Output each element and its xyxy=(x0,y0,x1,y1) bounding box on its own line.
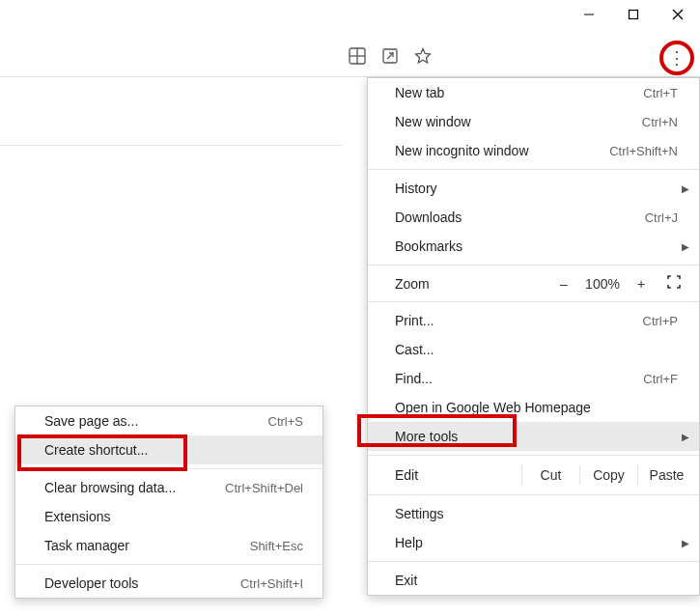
submenu-label: Clear browsing data... xyxy=(44,480,225,495)
menu-label: Open in Google Web Homepage xyxy=(395,400,678,415)
edit-cut-button[interactable]: Cut xyxy=(521,465,579,485)
kebab-menu-icon[interactable]: ⋮ xyxy=(668,49,686,67)
menu-more-tools[interactable]: More tools ▶ xyxy=(368,422,699,451)
edit-copy-button[interactable]: Copy xyxy=(579,465,637,485)
submenu-shortcut: Ctrl+Shift+I xyxy=(240,576,303,591)
menu-separator xyxy=(368,169,699,170)
menu-edit-row: Edit Cut Copy Paste xyxy=(368,460,699,490)
menu-shortcut: Ctrl+N xyxy=(642,115,678,129)
menu-label: Settings xyxy=(395,506,678,521)
zoom-value: 100% xyxy=(579,276,626,292)
minimize-icon xyxy=(583,9,595,20)
menu-label: New window xyxy=(395,114,642,129)
menu-label: More tools xyxy=(395,429,678,444)
edit-paste-button[interactable]: Paste xyxy=(637,465,695,485)
menu-cast[interactable]: Cast... xyxy=(368,335,699,364)
menu-separator xyxy=(368,455,699,456)
submenu-label: Task manager xyxy=(44,538,250,553)
menu-label: Downloads xyxy=(395,210,645,225)
menu-label: Help xyxy=(395,535,678,550)
menu-label: Find... xyxy=(395,371,643,386)
fullscreen-icon xyxy=(667,275,681,289)
chevron-right-icon: ▶ xyxy=(682,241,689,252)
menu-separator xyxy=(368,301,699,302)
close-icon xyxy=(672,9,684,20)
menu-label: New incognito window xyxy=(395,143,609,158)
maximize-icon xyxy=(628,9,639,20)
page-divider xyxy=(0,145,343,146)
menu-label: Print... xyxy=(395,313,643,328)
menu-new-window[interactable]: New window Ctrl+N xyxy=(368,107,699,136)
minimize-button[interactable] xyxy=(567,0,611,29)
highlight-kebab: ⋮ xyxy=(659,41,694,75)
submenu-clear-browsing-data[interactable]: Clear browsing data... Ctrl+Shift+Del xyxy=(15,473,322,502)
submenu-task-manager[interactable]: Task manager Shift+Esc xyxy=(15,531,322,560)
menu-separator xyxy=(15,468,322,469)
submenu-label: Save page as... xyxy=(44,413,268,429)
menu-new-tab[interactable]: New tab Ctrl+T xyxy=(368,78,699,107)
menu-shortcut: Ctrl+J xyxy=(645,210,678,225)
menu-zoom-row: Zoom – 100% + xyxy=(368,269,699,297)
close-button[interactable] xyxy=(656,0,700,29)
submenu-shortcut: Ctrl+Shift+Del xyxy=(225,481,303,495)
menu-history[interactable]: History ▶ xyxy=(368,174,699,203)
svg-marker-9 xyxy=(416,49,431,64)
more-tools-submenu: Save page as... Ctrl+S Create shortcut..… xyxy=(14,406,323,599)
chrome-main-menu: New tab Ctrl+T New window Ctrl+N New inc… xyxy=(367,77,700,596)
menu-separator xyxy=(15,564,322,565)
menu-label: History xyxy=(395,181,678,196)
menu-label: Cast... xyxy=(395,342,678,357)
menu-shortcut: Ctrl+P xyxy=(643,314,678,328)
grid-icon[interactable] xyxy=(348,46,367,66)
menu-bookmarks[interactable]: Bookmarks ▶ xyxy=(368,232,699,261)
maximize-button[interactable] xyxy=(611,0,656,29)
chevron-right-icon: ▶ xyxy=(682,432,689,442)
window-controls xyxy=(567,0,700,29)
menu-downloads[interactable]: Downloads Ctrl+J xyxy=(368,203,699,232)
menu-new-incognito[interactable]: New incognito window Ctrl+Shift+N xyxy=(368,136,699,165)
submenu-shortcut: Ctrl+S xyxy=(268,414,303,429)
menu-shortcut: Ctrl+F xyxy=(643,372,678,386)
zoom-out-button[interactable]: – xyxy=(548,276,579,292)
open-external-icon[interactable] xyxy=(380,46,400,66)
menu-label: New tab xyxy=(395,85,643,100)
menu-separator xyxy=(368,561,699,562)
fullscreen-button[interactable] xyxy=(657,275,691,292)
submenu-label: Create shortcut... xyxy=(44,442,303,458)
submenu-save-page[interactable]: Save page as... Ctrl+S xyxy=(15,406,322,435)
submenu-label: Extensions xyxy=(44,509,303,524)
menu-separator xyxy=(368,494,699,495)
svg-line-8 xyxy=(387,53,393,59)
star-icon[interactable] xyxy=(413,46,433,66)
menu-label: Zoom xyxy=(395,276,548,292)
chevron-right-icon: ▶ xyxy=(682,538,689,548)
submenu-developer-tools[interactable]: Developer tools Ctrl+Shift+I xyxy=(15,569,322,598)
submenu-extensions[interactable]: Extensions xyxy=(15,502,322,531)
submenu-shortcut: Shift+Esc xyxy=(250,539,303,553)
menu-settings[interactable]: Settings xyxy=(368,499,699,528)
chevron-right-icon: ▶ xyxy=(682,183,689,194)
menu-label: Edit xyxy=(395,467,521,483)
toolbar-icons xyxy=(348,46,433,66)
menu-label: Bookmarks xyxy=(395,238,678,254)
toolbar: ⋮ xyxy=(0,39,700,77)
menu-shortcut: Ctrl+T xyxy=(643,86,678,100)
menu-exit[interactable]: Exit xyxy=(368,566,699,595)
menu-print[interactable]: Print... Ctrl+P xyxy=(368,306,699,335)
menu-help[interactable]: Help ▶ xyxy=(368,528,699,557)
menu-open-homepage[interactable]: Open in Google Web Homepage xyxy=(368,393,699,422)
svg-rect-1 xyxy=(630,11,638,19)
zoom-in-button[interactable]: + xyxy=(626,276,657,292)
menu-separator xyxy=(368,265,699,266)
submenu-create-shortcut[interactable]: Create shortcut... xyxy=(15,435,322,464)
submenu-label: Developer tools xyxy=(44,575,240,591)
menu-shortcut: Ctrl+Shift+N xyxy=(609,144,678,158)
menu-find[interactable]: Find... Ctrl+F xyxy=(368,364,699,393)
menu-label: Exit xyxy=(395,573,678,588)
